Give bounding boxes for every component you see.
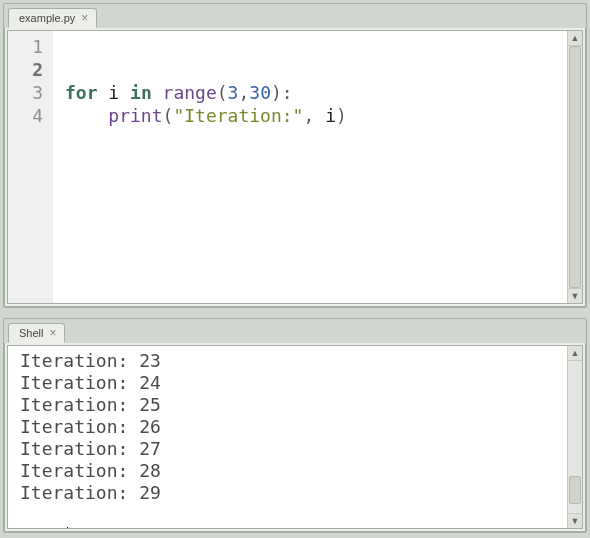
tab-label: Shell xyxy=(19,327,43,339)
scroll-track[interactable] xyxy=(568,46,582,288)
indent xyxy=(65,105,108,126)
output-line: Iteration: 24 xyxy=(20,372,161,393)
line-number: 2 xyxy=(8,58,43,81)
paren-close-colon: ): xyxy=(271,82,293,103)
paren-open: ( xyxy=(217,82,228,103)
shell-scrollbar[interactable]: ▲ ▼ xyxy=(567,346,582,528)
number-3: 3 xyxy=(228,82,239,103)
shell-content: Iteration: 23 Iteration: 24 Iteration: 2… xyxy=(7,345,583,529)
prompt: >>> xyxy=(20,526,63,528)
keyword-in: in xyxy=(130,82,152,103)
builtin-range: range xyxy=(163,82,217,103)
line-number: 4 xyxy=(8,104,43,127)
line-number: 3 xyxy=(8,81,43,104)
comma: , xyxy=(238,82,249,103)
scroll-thumb[interactable] xyxy=(569,46,581,288)
scroll-track[interactable] xyxy=(568,361,582,513)
shell-content-wrap: Iteration: 23 Iteration: 24 Iteration: 2… xyxy=(4,342,586,532)
output-line: Iteration: 29 xyxy=(20,482,161,503)
tab-example-py[interactable]: example.py × xyxy=(8,8,97,28)
shell-tabbar: Shell × xyxy=(4,320,586,343)
scroll-thumb[interactable] xyxy=(569,476,581,504)
scroll-up-icon[interactable]: ▲ xyxy=(568,346,582,361)
close-icon[interactable]: × xyxy=(81,12,88,24)
editor-scrollbar[interactable]: ▲ ▼ xyxy=(567,31,582,303)
paren-close: ) xyxy=(336,105,347,126)
identifier-i: i xyxy=(108,82,119,103)
output-line: Iteration: 23 xyxy=(20,350,161,371)
shell-pane: Shell × Iteration: 23 Iteration: 24 Iter… xyxy=(3,318,587,533)
editor-tabbar: example.py × xyxy=(4,5,586,28)
shell-output[interactable]: Iteration: 23 Iteration: 24 Iteration: 2… xyxy=(8,346,567,528)
comma: , xyxy=(303,105,314,126)
line-number-gutter: 1234 xyxy=(8,31,53,303)
editor-pane: example.py × 1234 for i in range(3,30): … xyxy=(3,3,587,308)
editor-content: 1234 for i in range(3,30): print("Iterat… xyxy=(7,30,583,304)
number-30: 30 xyxy=(249,82,271,103)
scroll-down-icon[interactable]: ▼ xyxy=(568,288,582,303)
tab-label: example.py xyxy=(19,12,75,24)
code-area[interactable]: for i in range(3,30): print("Iteration:"… xyxy=(53,31,567,303)
text-cursor xyxy=(67,527,68,528)
identifier-i: i xyxy=(325,105,336,126)
space xyxy=(314,105,325,126)
code-line-4: print("Iteration:", i) xyxy=(65,105,347,126)
keyword-for: for xyxy=(65,82,98,103)
line-number: 1 xyxy=(8,35,43,58)
paren-open: ( xyxy=(163,105,174,126)
output-line: Iteration: 27 xyxy=(20,438,161,459)
editor-content-wrap: 1234 for i in range(3,30): print("Iterat… xyxy=(4,27,586,307)
scroll-down-icon[interactable]: ▼ xyxy=(568,513,582,528)
builtin-print: print xyxy=(108,105,162,126)
output-line: Iteration: 25 xyxy=(20,394,161,415)
prompt-line[interactable]: >>> xyxy=(20,526,567,528)
scroll-up-icon[interactable]: ▲ xyxy=(568,31,582,46)
output-line: Iteration: 26 xyxy=(20,416,161,437)
tab-shell[interactable]: Shell × xyxy=(8,323,65,343)
output-line: Iteration: 28 xyxy=(20,460,161,481)
code-line-3: for i in range(3,30): xyxy=(65,82,293,103)
close-icon[interactable]: × xyxy=(49,327,56,339)
string-literal: "Iteration:" xyxy=(173,105,303,126)
